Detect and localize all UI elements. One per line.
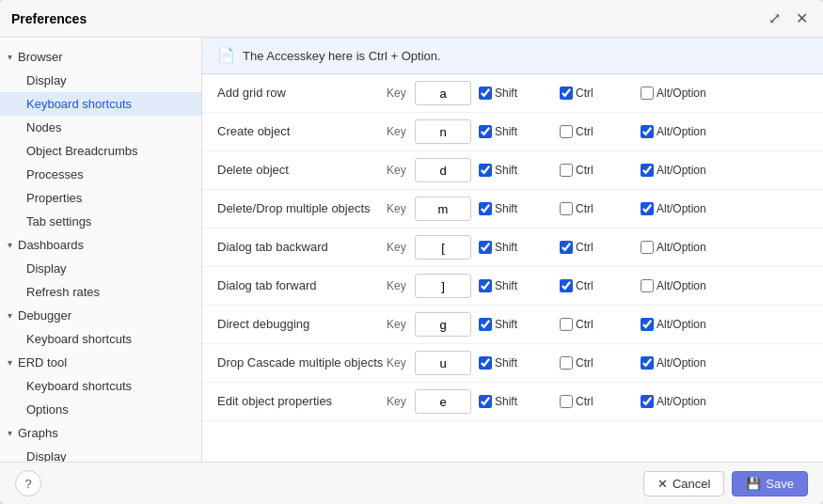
key-input[interactable] [415,274,471,298]
shift-checkbox[interactable] [479,318,492,331]
sidebar-item-graphs-display[interactable]: Display [0,445,201,462]
key-input[interactable] [415,389,471,414]
ctrl-checkbox[interactable] [560,356,573,370]
expand-button[interactable]: ⤢ [765,8,784,29]
shift-checkbox-item[interactable]: Shift [479,202,554,215]
ctrl-checkbox[interactable] [560,164,573,177]
sidebar-item-object-breadcrumbs[interactable]: Object Breadcrumbs [0,139,201,163]
help-button[interactable]: ? [15,470,41,496]
alt-checkbox-item[interactable]: Alt/Option [641,125,716,138]
alt-label: Alt/Option [657,202,706,215]
sidebar-item-keyboard-shortcuts[interactable]: Keyboard shortcuts [0,92,201,116]
shift-label: Shift [495,164,517,177]
sidebar-item-erd-tool[interactable]: ▾ERD tool [0,351,201,374]
ctrl-checkbox-item[interactable]: Ctrl [560,241,635,254]
sidebar-item-erd-keyboard[interactable]: Keyboard shortcuts [0,374,201,398]
shift-checkbox-item[interactable]: Shift [479,356,554,370]
alt-checkbox[interactable] [641,164,654,177]
alt-checkbox[interactable] [641,241,654,254]
shift-checkbox[interactable] [479,164,492,177]
ctrl-checkbox-item[interactable]: Ctrl [560,87,635,100]
ctrl-checkbox[interactable] [560,395,573,408]
save-button[interactable]: 💾 Save [732,471,808,496]
shift-label: Shift [495,87,517,100]
ctrl-checkbox-item[interactable]: Ctrl [560,279,635,292]
alt-checkbox-item[interactable]: Alt/Option [641,87,716,100]
ctrl-checkbox-item[interactable]: Ctrl [560,164,635,177]
alt-checkbox-item[interactable]: Alt/Option [641,241,716,254]
alt-checkbox[interactable] [641,87,654,100]
footer-left: ? [15,470,41,496]
shift-checkbox-item[interactable]: Shift [479,395,554,408]
shift-checkbox[interactable] [479,356,492,370]
shift-checkbox[interactable] [479,125,492,138]
alt-checkbox-item[interactable]: Alt/Option [641,279,716,292]
sidebar-item-processes[interactable]: Processes [0,163,201,186]
alt-checkbox[interactable] [641,318,654,331]
alt-checkbox-item[interactable]: Alt/Option [641,202,716,215]
alt-checkbox[interactable] [641,279,654,292]
sidebar-item-dashboards-display[interactable]: Display [0,257,201,280]
alt-checkbox[interactable] [641,356,654,370]
shift-checkbox[interactable] [479,241,492,254]
shift-checkbox-item[interactable]: Shift [479,241,554,254]
key-input[interactable] [415,81,471,105]
shift-checkbox[interactable] [479,279,492,292]
key-input[interactable] [415,158,471,182]
alt-checkbox[interactable] [641,395,654,408]
sidebar-item-graphs[interactable]: ▾Graphs [0,421,201,445]
shift-checkbox-item[interactable]: Shift [479,125,554,138]
ctrl-checkbox[interactable] [560,241,573,254]
shift-checkbox-item[interactable]: Shift [479,318,554,331]
sidebar-item-label: Display [26,261,67,276]
close-button[interactable]: ✕ [792,8,812,29]
sidebar-item-debugger-keyboard[interactable]: Keyboard shortcuts [0,327,201,351]
alt-checkbox-item[interactable]: Alt/Option [641,318,716,331]
sidebar-item-label: Display [26,449,67,462]
modifier-checkboxes: ShiftCtrlAlt/Option [479,318,716,331]
ctrl-checkbox[interactable] [560,87,573,100]
chevron-icon: ▾ [8,52,12,62]
shift-checkbox[interactable] [479,87,492,100]
ctrl-checkbox-item[interactable]: Ctrl [560,318,635,331]
shift-checkbox[interactable] [479,202,492,215]
ctrl-checkbox-item[interactable]: Ctrl [560,395,635,408]
ctrl-checkbox[interactable] [560,279,573,292]
alt-label: Alt/Option [657,395,706,408]
shift-checkbox-item[interactable]: Shift [479,164,554,177]
ctrl-checkbox-item[interactable]: Ctrl [560,356,635,370]
ctrl-checkbox[interactable] [560,125,573,138]
key-input[interactable] [415,312,471,337]
sidebar-item-dashboards[interactable]: ▾Dashboards [0,233,201,257]
info-icon: 📄 [217,47,235,64]
sidebar-item-options[interactable]: Options [0,398,201,421]
key-input[interactable] [415,197,471,221]
ctrl-checkbox-item[interactable]: Ctrl [560,125,635,138]
sidebar-item-label: Properties [26,191,82,205]
alt-checkbox-item[interactable]: Alt/Option [641,395,716,408]
sidebar-item-tab-settings[interactable]: Tab settings [0,210,201,233]
sidebar-item-refresh-rates[interactable]: Refresh rates [0,280,201,304]
shift-checkbox-item[interactable]: Shift [479,87,554,100]
shift-checkbox-item[interactable]: Shift [479,279,554,292]
sidebar-item-debugger[interactable]: ▾Debugger [0,304,201,327]
alt-checkbox[interactable] [641,202,654,215]
ctrl-checkbox[interactable] [560,318,573,331]
key-input[interactable] [415,235,471,260]
alt-checkbox[interactable] [641,125,654,138]
sidebar-item-display[interactable]: Display [0,69,201,92]
cancel-button[interactable]: ✕ Cancel [643,471,724,496]
key-input[interactable] [415,351,471,375]
ctrl-checkbox[interactable] [560,202,573,215]
sidebar-item-label: Debugger [18,308,71,323]
shortcut-name: Dialog tab backward [217,240,387,256]
sidebar-item-browser[interactable]: ▾Browser [0,45,201,69]
sidebar-item-nodes[interactable]: Nodes [0,116,201,139]
alt-checkbox-item[interactable]: Alt/Option [641,164,716,177]
shift-checkbox[interactable] [479,395,492,408]
save-label: Save [766,477,794,491]
sidebar-item-properties[interactable]: Properties [0,186,201,210]
alt-checkbox-item[interactable]: Alt/Option [641,356,716,370]
ctrl-checkbox-item[interactable]: Ctrl [560,202,635,215]
key-input[interactable] [415,119,471,144]
